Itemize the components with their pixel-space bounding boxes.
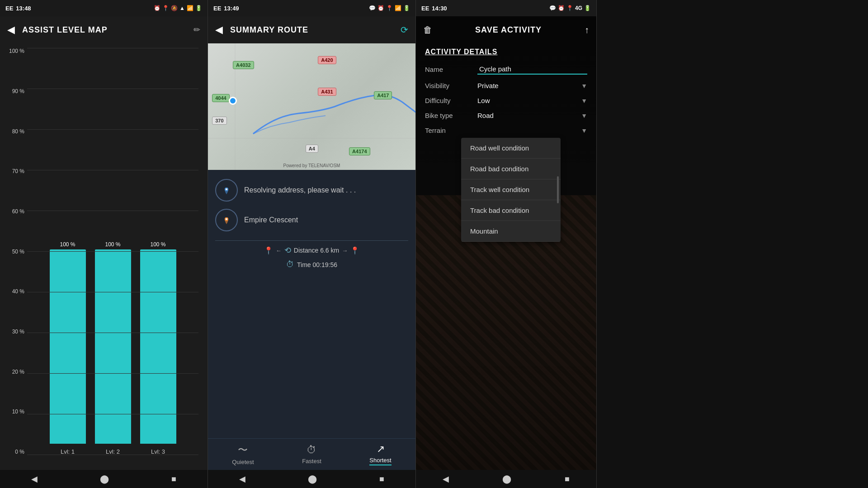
visibility-text: Private xyxy=(477,82,499,89)
refresh-icon-2[interactable]: ⟳ xyxy=(401,24,408,35)
distance-arrow-right: → xyxy=(342,247,348,254)
bike-type-label: Bike type xyxy=(425,112,470,119)
grid-line-100 xyxy=(27,48,198,48)
location-icon-1: 📍 xyxy=(162,5,169,11)
visibility-value[interactable]: Private ▼ xyxy=(477,82,587,89)
difficulty-label: Difficulty xyxy=(425,97,470,104)
bar-label-1: Lvl: 1 xyxy=(61,448,75,455)
status-right-1: ⏰ 📍 🔕 ▲ 📶 🔋 xyxy=(154,5,202,11)
time-icon: ⏱ xyxy=(286,260,294,269)
name-input[interactable] xyxy=(477,64,587,75)
status-bar-1: EE 13:48 ⏰ 📍 🔕 ▲ 📶 🔋 xyxy=(0,0,208,16)
tab-quietest[interactable]: 〜 Quietest xyxy=(232,443,254,465)
edit-icon-1[interactable]: ✏ xyxy=(193,25,200,35)
grid-line-90 xyxy=(27,89,198,89)
nav-back-2[interactable]: ◀ xyxy=(239,474,245,484)
status-left-3: EE 14:30 xyxy=(421,5,447,12)
location-icon-2: 📍 xyxy=(386,5,393,11)
visibility-arrow: ▼ xyxy=(581,82,587,89)
time-label: Time 00:19:56 xyxy=(297,261,337,268)
carrier-2: EE xyxy=(213,5,221,12)
road-label-a431: A431 xyxy=(318,88,336,96)
nav-recent-2[interactable]: ■ xyxy=(379,474,384,484)
terrain-option-track-bad[interactable]: Track bad condition xyxy=(461,200,561,221)
bar-group-1: 100 % Lvl: 1 xyxy=(50,241,86,455)
panel-summary-route: EE 13:49 💬 ⏰ 📍 📶 🔋 ◀ SUMMARY ROUTE ⟳ xyxy=(208,0,416,488)
quietest-icon: 〜 xyxy=(238,443,248,457)
tab-fastest[interactable]: ⏱ Fastest xyxy=(302,444,321,465)
battery-icon-1: 🔋 xyxy=(195,5,202,11)
name-label: Name xyxy=(425,66,470,73)
y-label-30: 30 % xyxy=(9,328,24,335)
road-label-a4: A4 xyxy=(306,145,318,153)
nav-home-3[interactable]: ⬤ xyxy=(502,474,511,484)
nav-back-3[interactable]: ◀ xyxy=(443,474,449,484)
pin-icon-orange xyxy=(222,215,231,225)
delete-icon[interactable]: 🗑 xyxy=(423,25,432,35)
tab-shortest[interactable]: ↗ Shortest xyxy=(369,443,391,465)
chart-area: 0 % 10 % 20 % 30 % 40 % 50 % 60 % 70 % 8… xyxy=(0,43,208,488)
panel-assist-level-map: EE 13:48 ⏰ 📍 🔕 ▲ 📶 🔋 ◀ ASSIST LEVEL MAP … xyxy=(0,0,208,488)
terrain-option-road-bad[interactable]: Road bad condition xyxy=(461,159,561,179)
bottom-tabs: 〜 Quietest ⏱ Fastest ↗ Shortest xyxy=(208,438,415,470)
chart-container: 0 % 10 % 20 % 30 % 40 % 50 % 60 % 70 % 8… xyxy=(27,48,198,469)
bar-group-2: 100 % Lvl: 2 xyxy=(95,241,131,455)
road-label-a417: A417 xyxy=(374,91,392,99)
status-right-2: 💬 ⏰ 📍 📶 🔋 xyxy=(369,5,410,11)
status-right-3: 💬 ⏰ 📍 4G 🔋 xyxy=(549,5,591,11)
grid-line-80 xyxy=(27,129,198,130)
upload-icon[interactable]: ↑ xyxy=(585,25,589,35)
y-label-10: 10 % xyxy=(9,408,24,415)
alarm-icon-2: ⏰ xyxy=(377,5,384,11)
nav-recent-3[interactable]: ■ xyxy=(565,474,570,484)
status-bar-2: EE 13:49 💬 ⏰ 📍 📶 🔋 xyxy=(208,0,415,16)
terrain-value[interactable]: ▼ xyxy=(477,127,587,134)
status-left-1: EE 13:48 xyxy=(5,5,31,12)
form-row-difficulty: Difficulty Low ▼ xyxy=(416,93,596,108)
difficulty-text: Low xyxy=(477,97,490,104)
nav-home-2[interactable]: ⬤ xyxy=(308,474,317,484)
road-label-370: 370 xyxy=(212,117,226,125)
back-button-1[interactable]: ◀ xyxy=(7,24,15,36)
fastest-label: Fastest xyxy=(302,458,321,465)
spacer xyxy=(597,0,868,488)
bar-2 xyxy=(95,249,131,444)
signal-icon-3: 4G xyxy=(575,5,582,11)
terrain-option-road-well[interactable]: Road well condition xyxy=(461,138,561,159)
terrain-label: Terrain xyxy=(425,127,470,134)
whatsapp-icon-2: 💬 xyxy=(369,5,376,11)
road-label-a4044: 4044 xyxy=(212,94,229,102)
distance-label: Distance 6.6 km xyxy=(294,247,339,254)
nav-bar-2: ◀ ⬤ ■ xyxy=(208,470,415,488)
bar-label-3: Lvl: 3 xyxy=(151,448,165,455)
bike-type-value[interactable]: Road ▼ xyxy=(477,112,587,119)
location-end-icon xyxy=(215,209,238,231)
difficulty-value[interactable]: Low ▼ xyxy=(477,97,587,104)
distance-end-icon: 📍 xyxy=(350,246,359,255)
panel2-title: SUMMARY ROUTE xyxy=(223,16,401,43)
mute-icon-1: 🔕 xyxy=(171,5,178,11)
terrain-option-track-well[interactable]: Track well condition xyxy=(461,179,561,200)
y-label-40: 40 % xyxy=(9,288,24,295)
nav-recent-1[interactable]: ■ xyxy=(171,474,176,484)
map-start-dot xyxy=(229,97,237,105)
whatsapp-icon-3: 💬 xyxy=(549,5,556,11)
signal-icon-2: 📶 xyxy=(395,5,401,11)
nav-home-1[interactable]: ⬤ xyxy=(100,474,109,484)
difficulty-arrow: ▼ xyxy=(581,97,587,104)
terrain-dropdown-menu: Road well condition Road bad condition T… xyxy=(461,138,561,242)
nav-back-1[interactable]: ◀ xyxy=(31,474,38,484)
grid-line-60 xyxy=(27,211,198,211)
activity-section-title: ACTIVITY DETAILS xyxy=(416,43,596,61)
terrain-option-mountain[interactable]: Mountain xyxy=(461,221,561,242)
svg-point-3 xyxy=(226,188,227,190)
bar-value-3: 100 % xyxy=(150,241,165,248)
panel2-header: ◀ SUMMARY ROUTE ⟳ xyxy=(208,16,415,43)
y-label-90: 90 % xyxy=(9,88,24,94)
shortest-label: Shortest xyxy=(369,457,391,464)
y-label-100: 100 % xyxy=(9,48,24,54)
back-button-2[interactable]: ◀ xyxy=(215,24,223,36)
map-background: A4032 4044 A420 A431 A417 A4174 370 A4 P… xyxy=(208,43,415,170)
y-label-20: 20 % xyxy=(9,369,24,375)
bar-1 xyxy=(50,249,86,444)
